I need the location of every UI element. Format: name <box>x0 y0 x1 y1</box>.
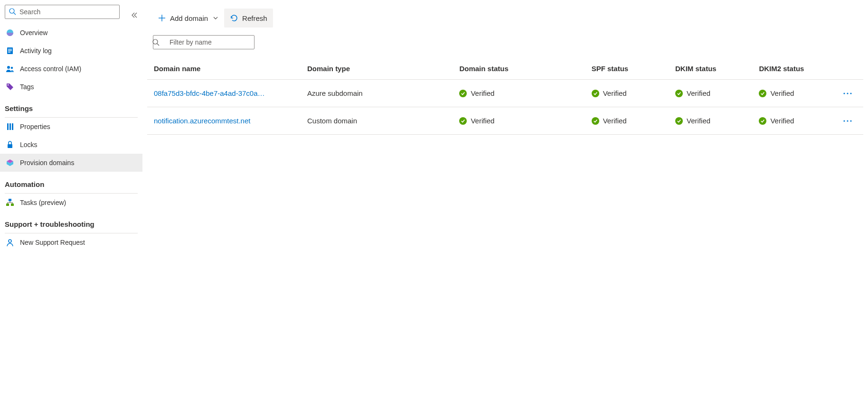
svg-rect-14 <box>9 199 11 201</box>
sidebar: Overview Activity log Access control (IA… <box>0 0 142 408</box>
domain-name-link[interactable]: notification.azurecommtest.net <box>154 117 250 125</box>
table-header-row: Domain name Domain type Domain status SP… <box>147 58 863 80</box>
tag-icon <box>6 83 14 91</box>
svg-point-8 <box>11 67 13 69</box>
row-actions-button[interactable] <box>843 120 857 122</box>
sidebar-item-new-support-request[interactable]: New Support Request <box>0 233 142 251</box>
domain-icon <box>6 158 14 167</box>
status-cell: Verified <box>759 117 829 125</box>
svg-rect-11 <box>9 123 11 130</box>
status-cell: Verified <box>759 89 829 97</box>
svg-point-22 <box>843 93 845 94</box>
status-text: Verified <box>603 117 627 125</box>
status-cell: Verified <box>675 117 745 125</box>
col-dkim2-status[interactable]: DKIM2 status <box>752 58 836 80</box>
verified-icon <box>459 90 467 97</box>
status-text: Verified <box>471 89 494 97</box>
svg-rect-5 <box>8 50 12 51</box>
sidebar-item-label: Tags <box>20 83 34 91</box>
button-label: Add domain <box>170 14 208 22</box>
sidebar-item-label: New Support Request <box>20 239 85 246</box>
col-domain-type[interactable]: Domain type <box>301 58 453 80</box>
lock-icon <box>6 140 14 149</box>
status-text: Verified <box>471 117 494 125</box>
domain-name-link[interactable]: 08fa75d3-bfdc-4be7-a4ad-37c0a… <box>154 89 265 97</box>
sidebar-item-activity-log[interactable]: Activity log <box>0 42 142 60</box>
status-cell: Verified <box>459 89 578 97</box>
add-domain-button[interactable]: Add domain <box>152 9 224 28</box>
svg-point-23 <box>847 93 848 94</box>
sidebar-item-overview[interactable]: Overview <box>0 24 142 42</box>
verified-icon <box>592 117 599 125</box>
status-text: Verified <box>770 117 794 125</box>
status-text: Verified <box>687 117 710 125</box>
tasks-icon <box>6 198 14 207</box>
verified-icon <box>675 117 683 125</box>
svg-point-17 <box>9 240 11 242</box>
sidebar-item-access-control[interactable]: Access control (IAM) <box>0 60 142 78</box>
svg-line-21 <box>157 44 159 46</box>
globe-icon <box>6 28 14 37</box>
status-text: Verified <box>603 89 627 97</box>
svg-rect-16 <box>11 204 14 206</box>
verified-icon <box>592 90 599 97</box>
svg-line-1 <box>14 13 16 15</box>
log-icon <box>6 46 14 55</box>
collapse-sidebar-icon[interactable] <box>130 11 138 19</box>
sidebar-item-label: Properties <box>20 123 50 130</box>
verified-icon <box>759 90 766 97</box>
svg-point-20 <box>153 39 158 44</box>
sidebar-section-support: Support + troubleshooting <box>0 212 142 231</box>
sidebar-item-label: Provision domains <box>20 159 74 167</box>
sidebar-item-label: Access control (IAM) <box>20 65 81 73</box>
status-cell: Verified <box>592 89 662 97</box>
verified-icon <box>459 117 467 125</box>
verified-icon <box>759 117 766 125</box>
sidebar-item-locks[interactable]: Locks <box>0 136 142 154</box>
svg-rect-12 <box>12 123 13 130</box>
svg-point-27 <box>850 120 851 121</box>
main-content: Add domain Refresh <box>142 0 868 408</box>
sidebar-item-label: Tasks (preview) <box>20 199 66 206</box>
sidebar-item-tags[interactable]: Tags <box>0 78 142 96</box>
properties-icon <box>6 122 14 131</box>
support-icon <box>6 238 14 247</box>
svg-rect-13 <box>8 144 12 148</box>
sidebar-item-label: Activity log <box>20 47 52 55</box>
search-input[interactable] <box>5 5 120 19</box>
toolbar: Add domain Refresh <box>147 5 868 35</box>
domain-type-cell: Custom domain <box>301 107 453 135</box>
sidebar-item-tasks[interactable]: Tasks (preview) <box>0 194 142 212</box>
sidebar-item-provision-domains[interactable]: Provision domains <box>0 154 142 172</box>
svg-rect-10 <box>7 123 9 130</box>
chevron-down-icon <box>213 15 218 21</box>
refresh-button[interactable]: Refresh <box>224 9 273 28</box>
status-cell: Verified <box>675 89 745 97</box>
col-domain-name[interactable]: Domain name <box>147 58 301 80</box>
col-domain-status[interactable]: Domain status <box>453 58 585 80</box>
sidebar-item-properties[interactable]: Properties <box>0 118 142 136</box>
svg-point-9 <box>8 84 9 86</box>
row-actions-button[interactable] <box>843 92 857 95</box>
button-label: Refresh <box>242 14 267 22</box>
filter-input[interactable] <box>153 35 255 49</box>
domain-type-cell: Azure subdomain <box>301 80 453 107</box>
plus-icon <box>158 14 166 22</box>
domains-table: Domain name Domain type Domain status SP… <box>147 58 863 135</box>
refresh-icon <box>230 14 238 22</box>
sidebar-item-label: Locks <box>20 141 38 148</box>
status-text: Verified <box>770 89 794 97</box>
sidebar-section-settings: Settings <box>0 96 142 115</box>
search-icon <box>9 8 16 15</box>
col-spf-status[interactable]: SPF status <box>585 58 669 80</box>
svg-rect-15 <box>6 204 9 206</box>
status-text: Verified <box>687 89 710 97</box>
svg-point-7 <box>7 66 10 69</box>
svg-point-25 <box>843 120 845 121</box>
svg-rect-6 <box>8 52 10 53</box>
col-dkim-status[interactable]: DKIM status <box>669 58 752 80</box>
svg-point-26 <box>847 120 848 121</box>
search-icon <box>152 38 160 46</box>
table-row: 08fa75d3-bfdc-4be7-a4ad-37c0a…Azure subd… <box>147 80 863 107</box>
verified-icon <box>675 90 683 97</box>
